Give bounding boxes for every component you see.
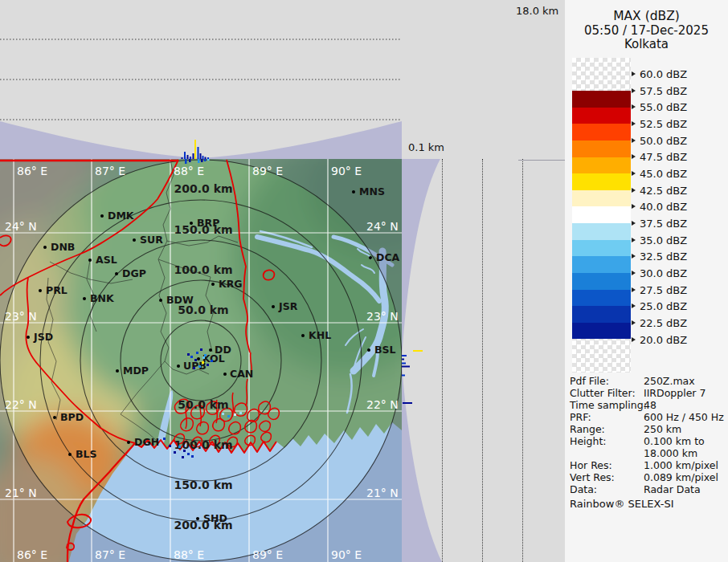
legend-band bbox=[572, 190, 631, 207]
right-panel-nodata-wedge bbox=[402, 159, 442, 562]
svg-text:50.0 km: 50.0 km bbox=[178, 398, 228, 411]
legend-band bbox=[572, 157, 631, 174]
tick-arrow-icon bbox=[632, 271, 636, 275]
legend-tick: 20.0 dBZ bbox=[632, 334, 687, 345]
software-brand: Rainbow® SELEX-SI bbox=[570, 498, 674, 510]
legend-tick: 55.0 dBZ bbox=[632, 101, 687, 112]
legend-band bbox=[572, 273, 631, 290]
top-projection-panel bbox=[0, 0, 402, 159]
svg-text:DMK: DMK bbox=[108, 210, 135, 222]
svg-text:DCA: DCA bbox=[376, 251, 400, 263]
legend-tick: 40.0 dBZ bbox=[632, 201, 687, 212]
svg-text:BRP: BRP bbox=[197, 217, 219, 229]
svg-text:23° N: 23° N bbox=[366, 310, 399, 323]
meta-row: Pdf File:250Z.max bbox=[565, 375, 728, 387]
radar-display-window: 18.0 km 0.1 km bbox=[0, 0, 728, 562]
svg-text:90° E: 90° E bbox=[331, 548, 362, 561]
radar-station-name: Kolkata bbox=[565, 37, 728, 51]
tick-arrow-icon bbox=[632, 204, 636, 209]
svg-text:ASL: ASL bbox=[96, 254, 117, 266]
legend-band bbox=[572, 290, 631, 307]
legend-tick: 32.5 dBZ bbox=[632, 250, 687, 262]
svg-text:BLS: BLS bbox=[76, 448, 97, 460]
svg-text:MDP: MDP bbox=[123, 364, 149, 377]
svg-text:SHD: SHD bbox=[203, 512, 227, 524]
legend-band bbox=[572, 256, 631, 273]
legend-band bbox=[572, 323, 631, 340]
legend-tick: 52.5 dBZ bbox=[632, 118, 687, 129]
svg-text:90° E: 90° E bbox=[331, 165, 362, 177]
svg-text:87° E: 87° E bbox=[95, 548, 125, 561]
svg-text:86° E: 86° E bbox=[17, 165, 47, 177]
legend-panel: MAX (dBZ) 05:50 / 17-Dec-2025 Kolkata bbox=[565, 0, 728, 562]
svg-text:BNK: BNK bbox=[90, 292, 115, 304]
svg-text:88° E: 88° E bbox=[174, 548, 204, 561]
tick-arrow-icon bbox=[632, 320, 636, 325]
tick-arrow-icon bbox=[632, 254, 636, 259]
legend-tick: 57.5 dBZ bbox=[632, 85, 687, 96]
tick-arrow-icon bbox=[632, 303, 636, 308]
right-panel-echo-dashes bbox=[402, 350, 423, 404]
legend-band bbox=[572, 206, 631, 223]
dbz-colorbar bbox=[572, 58, 631, 373]
svg-text:150.0 km: 150.0 km bbox=[174, 479, 232, 491]
svg-text:89° E: 89° E bbox=[252, 165, 283, 177]
svg-text:24° N: 24° N bbox=[5, 220, 37, 233]
meta-row: Vert Res:0.089 km/pixel bbox=[565, 471, 728, 483]
meta-row: Range:250 km bbox=[565, 423, 728, 435]
legend-tick: 45.0 dBZ bbox=[632, 168, 687, 179]
legend-band bbox=[572, 240, 631, 257]
legend-tick: 35.0 dBZ bbox=[632, 234, 687, 246]
svg-text:JSR: JSR bbox=[278, 300, 298, 312]
height-axis-max-label: 18.0 km bbox=[516, 5, 558, 17]
svg-text:87° E: 87° E bbox=[95, 165, 125, 177]
svg-text:PRL: PRL bbox=[46, 284, 67, 296]
svg-text:22° N: 22° N bbox=[366, 398, 399, 411]
legend-tick: 27.5 dBZ bbox=[632, 284, 687, 295]
tick-arrow-icon bbox=[632, 121, 636, 126]
legend-band bbox=[572, 108, 631, 124]
tick-arrow-icon bbox=[632, 88, 636, 93]
tick-arrow-icon bbox=[632, 221, 636, 226]
legend-tick: 50.0 dBZ bbox=[632, 135, 687, 146]
height-axis-min-label: 0.1 km bbox=[408, 141, 444, 153]
tick-arrow-icon bbox=[632, 287, 636, 292]
legend-tick: 47.5 dBZ bbox=[632, 151, 687, 162]
meta-row: Clutter Filter:IIRDoppler 7 bbox=[565, 387, 728, 399]
svg-text:SUR: SUR bbox=[140, 234, 163, 246]
meta-row: 18.000 km bbox=[565, 447, 728, 459]
svg-text:21° N: 21° N bbox=[5, 487, 37, 499]
tick-arrow-icon bbox=[632, 154, 636, 159]
svg-text:BPD: BPD bbox=[60, 411, 84, 423]
svg-text:BDW: BDW bbox=[166, 294, 194, 306]
tick-arrow-icon bbox=[632, 138, 636, 143]
legend-band bbox=[572, 173, 631, 190]
dbz-color-bands bbox=[572, 91, 631, 339]
svg-text:86° E: 86° E bbox=[17, 548, 47, 561]
radar-map: 86° E87° E 88° E89° E 90° E 86° E87° E 8… bbox=[0, 159, 402, 562]
product-timestamp: 05:50 / 17-Dec-2025 bbox=[565, 23, 728, 38]
legend-tick: 37.5 dBZ bbox=[632, 218, 687, 229]
svg-text:KRG: KRG bbox=[219, 278, 243, 290]
svg-text:100.0 km: 100.0 km bbox=[174, 263, 232, 276]
meta-row: Data:Radar Data bbox=[565, 483, 728, 495]
svg-text:22° N: 22° N bbox=[5, 398, 37, 411]
legend-tick: 42.5 dBZ bbox=[632, 185, 687, 196]
meta-row: Time sampling:48 bbox=[565, 399, 728, 411]
legend-band bbox=[572, 91, 631, 108]
svg-text:200.0 km: 200.0 km bbox=[174, 182, 232, 195]
right-panel-overlay bbox=[402, 159, 565, 562]
legend-band bbox=[572, 124, 631, 140]
svg-text:DGP: DGP bbox=[122, 267, 146, 279]
legend-tick: 22.5 dBZ bbox=[632, 317, 687, 328]
svg-text:JSD: JSD bbox=[33, 331, 53, 343]
svg-text:88° E: 88° E bbox=[174, 165, 204, 177]
svg-text:MNS: MNS bbox=[359, 185, 385, 198]
legend-band bbox=[572, 306, 631, 323]
svg-text:24° N: 24° N bbox=[366, 220, 399, 233]
legend-tick: 25.0 dBZ bbox=[632, 300, 687, 312]
meta-row: Height:0.100 km to bbox=[565, 435, 728, 447]
svg-text:CAN: CAN bbox=[230, 368, 253, 380]
tick-arrow-icon bbox=[632, 71, 636, 76]
svg-text:21° N: 21° N bbox=[366, 487, 399, 499]
